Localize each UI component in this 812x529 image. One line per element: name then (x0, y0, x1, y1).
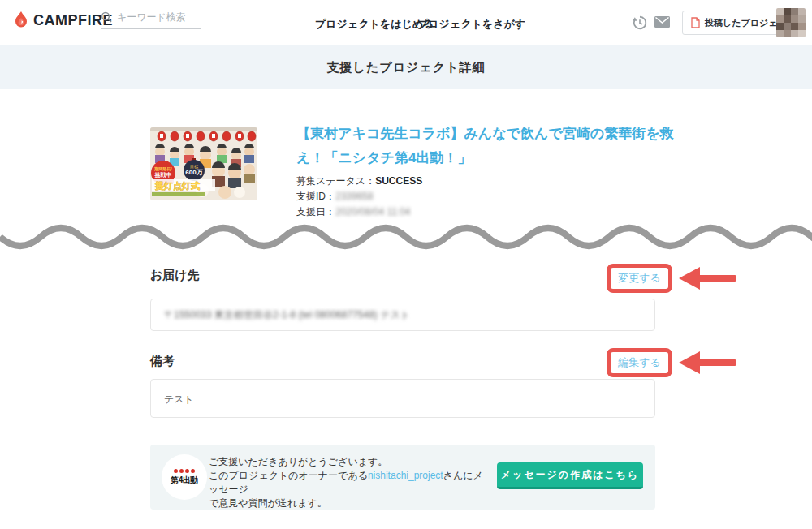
delivery-section-label: お届け先 (150, 268, 200, 283)
delivery-address-value: 〒1550033 東京都世田谷2-1-8 (tel 08006877548) テ… (164, 308, 410, 322)
lantern-dots (174, 469, 195, 473)
status-value: SUCCESS (375, 175, 422, 187)
owner-profile-link[interactable]: nishitachi_project (368, 470, 443, 481)
nav-find-project[interactable]: プロジェクトをさがす (417, 17, 525, 32)
arrow-shaft (698, 359, 736, 366)
arrow-head (679, 267, 700, 290)
create-message-button[interactable]: メッセージの作成はこちら (497, 462, 643, 489)
page-header-bar: 支援したプロジェクト詳細 (0, 45, 812, 89)
support-id-value: 2339658 (335, 191, 374, 202)
owner-avatar: 第4出動 (162, 454, 207, 500)
annotation-arrow-edit (679, 351, 737, 374)
annotation-box-edit: 編集する (607, 348, 672, 377)
status-label: 募集ステータス： (296, 175, 375, 187)
flame-icon (13, 11, 29, 30)
delivery-address-box: 〒1550033 東京都世田谷2-1-8 (tel 08006877548) テ… (150, 299, 655, 331)
remarks-box: テスト (150, 379, 655, 418)
top-header: CAMPFIRE プロジェクトをはじめる プロジェクトをさがす (0, 0, 812, 45)
keyword-search (101, 11, 201, 29)
svg-text:期間延長!: 期間延長! (153, 166, 172, 172)
page-title: 支援したプロジェクト詳細 (327, 60, 486, 75)
wave-divider (0, 219, 812, 255)
owner-avatar-text: 第4出動 (171, 475, 198, 486)
support-date-label: 支援日： (296, 206, 335, 217)
owner-line-before: このプロジェクトのオーナーである (209, 470, 368, 481)
owner-message-text: ご支援いただきありがとうございます。 このプロジェクトのオーナーであるnishi… (209, 455, 491, 510)
svg-text:挑戦中: 挑戦中 (154, 171, 172, 178)
change-address-link[interactable]: 変更する (618, 271, 661, 286)
page: CAMPFIRE プロジェクトをはじめる プロジェクトをさがす (0, 0, 812, 529)
remarks-value: テスト (164, 394, 194, 405)
user-avatar[interactable] (776, 8, 806, 37)
thanks-line: ご支援いただきありがとうございます。 (209, 456, 387, 467)
support-date-value: 2020/08/04 11:04 (335, 206, 411, 217)
remarks-section-label: 備考 (150, 354, 175, 369)
support-status-block: 募集ステータス：SUCCESS 支援ID：2339658 支援日：2020/08… (296, 174, 422, 220)
project-thumbnail[interactable]: 期間延長! 挑戦中 目標 600万 提灯点灯式 (150, 127, 257, 200)
svg-text:600万: 600万 (185, 169, 203, 176)
search-icon (101, 11, 112, 23)
edit-remarks-link[interactable]: 編集する (618, 355, 661, 370)
svg-text:提灯点灯式: 提灯点灯式 (154, 181, 201, 191)
arrow-head (679, 351, 700, 374)
project-title-link[interactable]: 【東村アキコ先生コラボ】みんなで飲んで宮崎の繁華街を救え！「ニシタチ第4出動！」 (296, 122, 688, 170)
annotation-box-change: 変更する (607, 264, 672, 293)
support-id-label: 支援ID： (296, 191, 335, 202)
annotation-arrow-change (679, 267, 737, 290)
support-date-row: 支援日：2020/08/04 11:04 (296, 204, 422, 220)
support-id-row: 支援ID：2339658 (296, 189, 422, 204)
campfire-logo[interactable]: CAMPFIRE (13, 11, 113, 30)
owner-message-panel: 第4出動 ご支援いただきありがとうございます。 このプロジェクトのオーナーである… (150, 445, 655, 510)
mail-icon[interactable] (654, 16, 670, 31)
arrow-shaft (698, 275, 736, 282)
document-icon (691, 17, 700, 28)
status-row: 募集ステータス：SUCCESS (296, 174, 422, 189)
nav-start-project[interactable]: プロジェクトをはじめる (315, 17, 434, 32)
owner-line-end: で意見や質問が送れます。 (209, 497, 327, 509)
history-icon[interactable] (632, 15, 648, 34)
search-underline (101, 28, 201, 29)
search-input[interactable] (117, 11, 198, 23)
